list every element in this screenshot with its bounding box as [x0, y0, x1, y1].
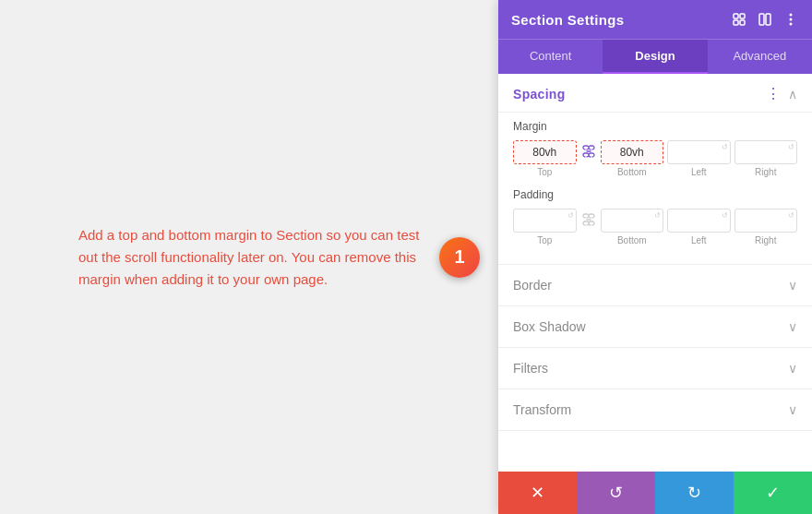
margin-fields-row: Top Bottom ↺ Left	[513, 140, 797, 177]
bottom-toolbar: ✕ ↺ ↻ ✓	[498, 472, 812, 514]
margin-top-label: Top	[537, 167, 552, 177]
margin-label: Margin	[513, 120, 797, 133]
svg-point-6	[790, 14, 793, 17]
padding-top-label: Top	[537, 235, 552, 245]
border-chevron: ∨	[788, 278, 797, 293]
filters-title: Filters	[513, 361, 548, 376]
margin-top-input[interactable]	[513, 140, 577, 164]
svg-rect-4	[759, 14, 764, 25]
undo-button[interactable]: ↺	[577, 472, 655, 514]
padding-link-icon[interactable]	[580, 213, 597, 229]
cancel-button[interactable]: ✕	[498, 472, 577, 514]
padding-left-reset: ↺	[722, 211, 728, 220]
padding-right-label: Right	[755, 235, 776, 245]
padding-bottom-wrapper: ↺ Bottom	[601, 209, 664, 245]
box-shadow-chevron: ∨	[788, 319, 797, 334]
transform-title: Transform	[513, 402, 571, 417]
svg-point-8	[790, 23, 793, 26]
tab-advanced[interactable]: Advanced	[708, 40, 812, 74]
step-badge: 1	[439, 237, 480, 278]
tabs-container: Content Design Advanced	[498, 39, 812, 74]
left-content-area: Add a top and bottom margin to Section s…	[0, 0, 498, 514]
spacing-content: Margin Top Bottom	[498, 113, 812, 265]
tab-content[interactable]: Content	[498, 40, 603, 74]
margin-left-label: Left	[691, 167, 707, 177]
margin-left-reset: ↺	[722, 143, 728, 151]
padding-bottom-label: Bottom	[617, 235, 647, 245]
svg-rect-5	[766, 14, 770, 25]
redo-button[interactable]: ↻	[655, 472, 734, 514]
more-icon[interactable]	[782, 11, 799, 28]
margin-right-wrapper: ↺ Right	[734, 140, 798, 177]
tab-design[interactable]: Design	[603, 40, 707, 74]
margin-bottom-wrapper: Bottom	[601, 140, 664, 177]
padding-bottom-reset: ↺	[654, 211, 661, 220]
spacing-chevron-icon[interactable]: ∧	[788, 87, 797, 102]
padding-fields-row: ↺ Top ↺ Bottom	[513, 209, 797, 245]
margin-bottom-label: Bottom	[617, 167, 647, 177]
transform-chevron: ∨	[788, 402, 797, 417]
svg-rect-1	[740, 14, 745, 18]
box-shadow-title: Box Shadow	[513, 319, 586, 334]
svg-rect-3	[740, 20, 745, 25]
expand-icon[interactable]	[731, 11, 747, 28]
svg-point-7	[790, 18, 793, 21]
padding-right-reset: ↺	[788, 211, 794, 220]
columns-icon[interactable]	[757, 11, 773, 28]
margin-left-wrapper: ↺ Left	[667, 140, 731, 177]
box-shadow-section[interactable]: Box Shadow ∨	[498, 306, 812, 348]
padding-label: Padding	[513, 188, 797, 201]
spacing-dots-icon[interactable]: ⋮	[766, 85, 781, 102]
filters-section[interactable]: Filters ∨	[498, 348, 812, 389]
margin-right-reset: ↺	[788, 143, 794, 151]
panel-header: Section Settings	[498, 0, 812, 39]
border-title: Border	[513, 278, 552, 293]
spacing-section-header[interactable]: Spacing ⋮ ∧	[498, 74, 812, 113]
svg-rect-2	[734, 20, 738, 25]
padding-left-wrapper: ↺ Left	[667, 209, 731, 245]
margin-top-wrapper: Top	[513, 140, 577, 177]
padding-top-reset: ↺	[567, 211, 574, 220]
margin-right-label: Right	[755, 167, 776, 177]
instruction-text: Add a top and bottom margin to Section s…	[78, 224, 420, 291]
panel-title: Section Settings	[511, 12, 624, 28]
settings-panel: Section Settings	[498, 0, 812, 514]
svg-rect-0	[734, 14, 738, 18]
border-section[interactable]: Border ∨	[498, 265, 812, 306]
save-button[interactable]: ✓	[734, 472, 812, 514]
padding-left-label: Left	[691, 235, 707, 245]
padding-top-wrapper: ↺ Top	[513, 209, 577, 245]
padding-right-wrapper: ↺ Right	[734, 209, 798, 245]
header-icons	[731, 11, 799, 28]
transform-section[interactable]: Transform ∨	[498, 389, 812, 431]
spacing-title: Spacing	[513, 87, 566, 102]
panel-body: Spacing ⋮ ∧ Margin Top	[498, 74, 812, 472]
margin-link-icon[interactable]	[580, 145, 597, 161]
spacing-section-icons: ⋮ ∧	[766, 85, 797, 102]
filters-chevron: ∨	[788, 361, 797, 376]
margin-bottom-input[interactable]	[601, 140, 664, 164]
